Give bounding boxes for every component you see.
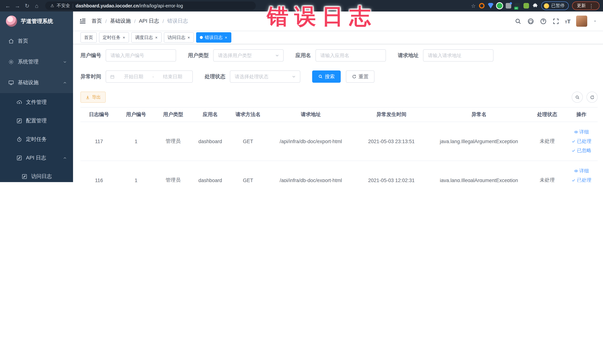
- cell-process-status: 未处理: [529, 138, 565, 145]
- detail-link[interactable]: 详细: [574, 168, 589, 174]
- download-icon: [85, 95, 90, 100]
- cell-request-url: /api/infra/db-doc/export-html: [267, 139, 354, 144]
- screen: 错误日志 ← → ↻ ⌂ ⚠ 不安全 dashboard.yudao.iocod…: [0, 0, 603, 182]
- column-header: 请求方法名: [229, 111, 267, 118]
- view-tab[interactable]: 首页 ×: [81, 32, 97, 43]
- profile-paused-chip[interactable]: 已暂停: [541, 1, 569, 10]
- extension-icon[interactable]: [488, 3, 493, 9]
- browser-update-button[interactable]: 更新 ⋮: [572, 1, 600, 10]
- column-header: 用户类型: [155, 111, 192, 118]
- view-tab[interactable]: 定时任务 ×: [99, 32, 129, 43]
- check-icon: [571, 139, 576, 143]
- request-url-input[interactable]: [423, 49, 493, 61]
- extension-icon[interactable]: [523, 3, 529, 9]
- error-log-table: 日志编号用户编号用户类型应用名请求方法名请求地址异常发生时间异常名处理状态操作 …: [81, 107, 598, 182]
- app-name-input[interactable]: [315, 49, 386, 61]
- chevron-up-icon: [63, 156, 67, 160]
- log-icon: [22, 174, 27, 179]
- sidebar-item[interactable]: 访问日志: [0, 167, 73, 182]
- extension-icon[interactable]: [506, 3, 511, 9]
- exception-time-range-picker[interactable]: 开始日期 - 结束日期: [106, 70, 193, 83]
- avatar[interactable]: [576, 16, 587, 27]
- cell-request-url: /api/infra/db-doc/export-html: [267, 177, 354, 182]
- cell-app-name: dashboard: [192, 139, 229, 144]
- caret-down-icon[interactable]: [593, 19, 597, 23]
- extension-icon[interactable]: [479, 3, 485, 9]
- detail-link[interactable]: 详细: [574, 129, 589, 135]
- chevron-down-icon: [63, 60, 67, 64]
- extensions-puzzle-icon[interactable]: [532, 3, 538, 9]
- bookmark-star-icon[interactable]: ☆: [471, 3, 476, 9]
- sidebar-item[interactable]: 系统管理: [0, 52, 73, 72]
- cell-actions: 详细 已处理 已忽略: [565, 168, 598, 182]
- sidebar-item[interactable]: 文件管理: [0, 93, 73, 112]
- check-icon: [571, 148, 576, 153]
- header-bar: / 首页 / 基础设施 / API 日志: [73, 12, 603, 31]
- forward-icon[interactable]: →: [13, 0, 22, 12]
- breadcrumb-item[interactable]: / 基础设施: [102, 18, 131, 24]
- column-header: 异常发生时间: [354, 111, 428, 118]
- close-icon[interactable]: ×: [155, 35, 158, 40]
- sidebar-item[interactable]: 基础设施: [0, 72, 73, 93]
- processed-link[interactable]: 已处理: [571, 177, 591, 182]
- sidebar-item[interactable]: 首页: [0, 31, 73, 52]
- view-tab[interactable]: 访问日志 ×: [164, 32, 194, 43]
- sidebar-menu: 首页 系统管理 基础设施: [0, 31, 73, 182]
- check-icon: [571, 178, 576, 182]
- start-date-placeholder: 开始日期: [117, 73, 150, 80]
- cell-log-id: 116: [81, 177, 117, 182]
- search-icon: [575, 95, 580, 100]
- fullscreen-icon[interactable]: [552, 18, 559, 25]
- toggle-search-button[interactable]: [572, 92, 583, 103]
- close-icon[interactable]: ×: [122, 35, 126, 40]
- breadcrumb-item[interactable]: / 首页: [92, 18, 102, 24]
- search-button[interactable]: 搜索: [312, 70, 341, 83]
- refresh-button[interactable]: [587, 92, 598, 103]
- ignored-link[interactable]: 已忽略: [571, 147, 591, 154]
- calendar-icon: [110, 74, 115, 79]
- export-button[interactable]: 导出: [81, 92, 106, 103]
- table-row: 116 1 管理员 dashboard GET /api/infra/db-do…: [81, 161, 598, 182]
- github-icon[interactable]: [527, 18, 534, 25]
- cell-exception-name: java.lang.IllegalArgumentException: [428, 139, 529, 144]
- fold-menu-icon[interactable]: [79, 17, 86, 25]
- sidebar-item[interactable]: 定时任务: [0, 130, 73, 149]
- extension-icon[interactable]: on: [515, 3, 520, 9]
- home-icon[interactable]: ⌂: [33, 0, 41, 12]
- close-icon[interactable]: ×: [224, 35, 228, 40]
- chevron-down-icon: [275, 53, 279, 58]
- url-text: dashboard.yudao.iocoder.cn/infra/log/api…: [76, 3, 183, 8]
- back-icon[interactable]: ←: [4, 0, 12, 12]
- column-header: 应用名: [192, 111, 229, 118]
- help-icon[interactable]: [540, 18, 547, 25]
- search-icon[interactable]: [514, 18, 522, 25]
- app-logo[interactable]: 芋道管理系统: [0, 12, 73, 31]
- cell-actions: 详细 已处理 已忽略: [565, 129, 598, 154]
- table-toolbar: 导出: [81, 92, 598, 103]
- gear-icon: [8, 59, 14, 65]
- user-type-select[interactable]: 请选择用户类型: [213, 49, 284, 61]
- close-icon[interactable]: ×: [187, 35, 190, 40]
- user-id-label: 用户编号: [81, 52, 101, 59]
- address-bar[interactable]: ⚠ 不安全 dashboard.yudao.iocoder.cn/infra/l…: [45, 1, 256, 10]
- reset-button[interactable]: 重置: [346, 70, 374, 83]
- cell-user-id: 1: [117, 139, 155, 144]
- sidebar-item[interactable]: API 日志: [0, 149, 73, 167]
- user-id-input[interactable]: [106, 49, 176, 61]
- breadcrumb-item[interactable]: / API 日志: [131, 18, 159, 24]
- breadcrumb-item[interactable]: / 错误日志: [159, 18, 188, 24]
- cell-app-name: dashboard: [192, 177, 229, 182]
- cell-log-id: 117: [81, 139, 117, 144]
- reload-icon[interactable]: ↻: [23, 0, 31, 12]
- process-status-select[interactable]: 请选择处理状态: [230, 70, 300, 83]
- edit-icon: [16, 118, 22, 124]
- processed-link[interactable]: 已处理: [571, 138, 591, 145]
- view-tab[interactable]: 错误日志 ×: [196, 32, 231, 43]
- extension-icon[interactable]: [497, 3, 502, 9]
- timer-icon: [16, 137, 22, 142]
- request-url-label: 请求地址: [398, 52, 418, 59]
- view-tab[interactable]: 调度日志 ×: [131, 32, 162, 43]
- log-icon: [16, 155, 22, 161]
- sidebar-item[interactable]: 配置管理: [0, 112, 73, 130]
- font-size-icon[interactable]: TT: [565, 18, 570, 24]
